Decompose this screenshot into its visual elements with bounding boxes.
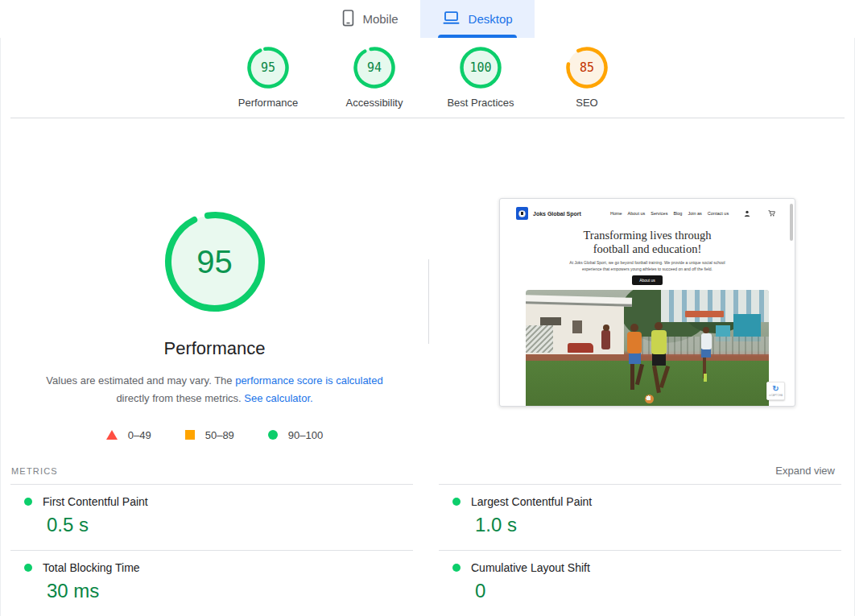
category-scores-row: 95 Performance 94 Accessibility 100: [1, 38, 854, 109]
performance-gauge: 95: [162, 209, 268, 315]
legend-good: 90–100: [268, 429, 323, 441]
score-accessibility[interactable]: 94 Accessibility: [321, 46, 428, 109]
site-intro-text: At Joks Global Sport, we go beyond footb…: [561, 259, 734, 272]
green-circle-icon: [268, 430, 278, 440]
metric-name: Cumulative Layout Shift: [471, 561, 590, 574]
site-nav-item: Contact us: [708, 211, 729, 216]
see-calculator-link[interactable]: See calculator.: [244, 392, 312, 404]
score-seo[interactable]: 85 SEO: [534, 46, 640, 109]
score-value: 95: [246, 46, 290, 89]
site-nav-item: Join as: [688, 211, 701, 216]
thumbnail-scrollbar: [790, 204, 793, 241]
green-status-dot-icon: [452, 498, 461, 506]
metric-value: 30 ms: [47, 580, 413, 602]
metrics-header: METRICS Expand view: [1, 458, 854, 484]
orange-square-icon: [185, 430, 195, 440]
score-label: Accessibility: [346, 97, 403, 109]
score-best-practices[interactable]: 100 Best Practices: [428, 46, 534, 109]
legend-range-label: 90–100: [288, 429, 323, 441]
green-status-dot-icon: [24, 498, 32, 506]
disclaimer-text: Values are estimated and may vary. The: [46, 374, 235, 387]
metric-value: 1.0 s: [475, 514, 841, 536]
metrics-section-title: METRICS: [11, 466, 58, 476]
site-nav-item: Blog: [673, 211, 682, 216]
lighthouse-report: 95 Performance 94 Accessibility 100: [0, 38, 855, 616]
recaptcha-icon: ↻: [772, 385, 779, 393]
site-hero-photo: [526, 290, 769, 407]
screenshot-column: Joks Global Sport Home About us Services…: [429, 118, 854, 407]
metric-value: 0.5 s: [47, 514, 413, 536]
site-nav-item: Services: [651, 211, 667, 216]
legend-fail: 0–49: [106, 429, 151, 441]
gauge-column: 95 Performance Values are estimated and …: [1, 118, 428, 441]
metric-total-blocking-time: Total Blocking Time 30 ms: [10, 550, 413, 616]
metric-value: 0: [475, 580, 841, 602]
mobile-phone-icon: [342, 10, 354, 29]
soccer-ball-icon: [518, 210, 526, 217]
score-value: 94: [353, 46, 396, 89]
score-ring: 95: [246, 46, 290, 89]
score-range-legend: 0–49 50–89 90–100: [106, 429, 323, 441]
tab-mobile-label: Mobile: [362, 12, 398, 26]
site-nav: Home About us Services Blog Join as Cont…: [610, 211, 729, 216]
site-headline: Transforming lives through football and …: [500, 229, 795, 255]
metric-cumulative-layout-shift: Cumulative Layout Shift 0: [439, 550, 841, 616]
gauge-score-value: 95: [162, 209, 268, 315]
score-disclaimer: Values are estimated and may vary. The p…: [26, 372, 404, 408]
tab-desktop[interactable]: Desktop: [420, 0, 535, 38]
score-label: Performance: [238, 97, 298, 109]
tab-desktop-label: Desktop: [469, 12, 513, 26]
expand-view-link[interactable]: Expand view: [775, 465, 835, 477]
score-ring: 100: [459, 46, 502, 89]
recaptcha-badge: ↻ reCAPTCHA: [766, 382, 785, 400]
disclaimer-text: directly from these metrics.: [116, 392, 244, 404]
score-ring: 85: [565, 46, 609, 89]
red-triangle-icon: [106, 430, 118, 440]
green-status-dot-icon: [452, 564, 461, 572]
score-calculation-link[interactable]: performance score is calculated: [235, 374, 383, 387]
score-ring: 94: [353, 46, 396, 89]
device-tabbar: Mobile Desktop: [0, 0, 855, 38]
legend-average: 50–89: [185, 429, 234, 441]
final-screenshot-thumbnail[interactable]: Joks Global Sport Home About us Services…: [499, 198, 795, 407]
score-value: 85: [565, 46, 609, 89]
screenshot-site-header: Joks Global Sport Home About us Services…: [500, 204, 795, 223]
site-logo: [516, 207, 528, 220]
metric-name: Largest Contentful Paint: [471, 495, 592, 508]
site-nav-item: About us: [628, 211, 646, 216]
metric-first-contentful-paint: First Contentful Paint 0.5 s: [10, 484, 413, 550]
score-label: SEO: [576, 97, 597, 109]
score-label: Best Practices: [447, 97, 514, 109]
site-header-icons: [744, 210, 782, 217]
green-status-dot-icon: [24, 564, 32, 572]
score-value: 100: [459, 46, 502, 89]
metric-name: Total Blocking Time: [43, 561, 140, 574]
metric-largest-contentful-paint: Largest Contentful Paint 1.0 s: [439, 484, 841, 550]
site-brand: Joks Global Sport: [533, 211, 581, 217]
metric-name: First Contentful Paint: [43, 495, 148, 508]
gauge-title: Performance: [164, 338, 266, 359]
site-about-button: About us: [632, 275, 663, 285]
legend-range-label: 0–49: [128, 429, 151, 441]
legend-range-label: 50–89: [205, 429, 234, 441]
person-icon: [744, 210, 750, 217]
desktop-laptop-icon: [442, 10, 461, 28]
site-nav-item: Home: [610, 211, 622, 216]
tab-mobile[interactable]: Mobile: [320, 0, 419, 38]
score-performance[interactable]: 95 Performance: [215, 46, 321, 109]
cart-icon: [768, 210, 775, 217]
performance-summary-section: 95 Performance Values are estimated and …: [1, 118, 854, 458]
metrics-grid: First Contentful Paint 0.5 s Largest Con…: [10, 484, 841, 616]
